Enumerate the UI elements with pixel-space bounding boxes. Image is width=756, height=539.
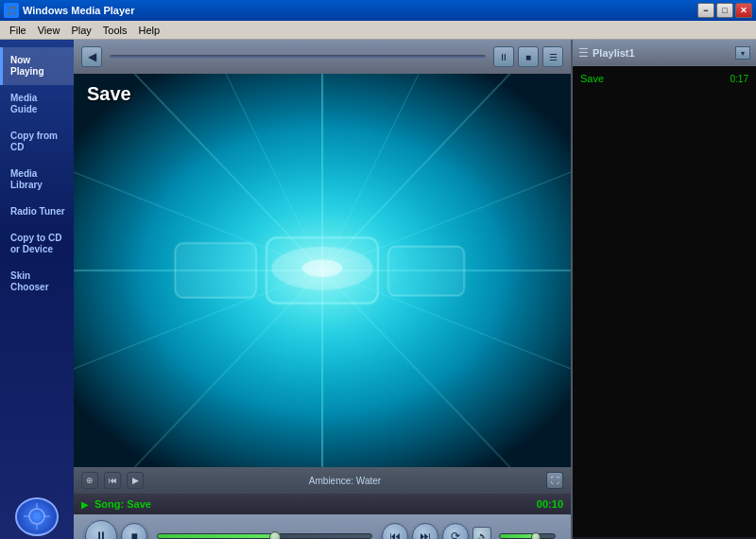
song-status: Song: Save — [94, 498, 531, 510]
sidebar-item-media-guide[interactable]: Media Guide — [0, 85, 74, 123]
play-icon: ▶ — [81, 499, 89, 510]
sidebar-item-copy-to-cd[interactable]: Copy to CD or Device — [0, 225, 74, 263]
playlist-title: Playlist1 — [593, 47, 731, 59]
maximize-button[interactable]: □ — [716, 3, 733, 18]
top-transport: ◀ ⏸ ■ ☰ — [74, 40, 571, 74]
center-area: ◀ ⏸ ■ ☰ Save — [74, 40, 571, 539]
track-name: Ambience: Water — [149, 476, 541, 486]
seek-thumb[interactable] — [269, 531, 281, 539]
stop-button[interactable]: ■ — [121, 523, 147, 539]
prev-button[interactable]: ⏮ — [382, 523, 408, 539]
volume-thumb[interactable] — [531, 532, 541, 539]
video-prev-button[interactable]: ⏮ — [104, 472, 121, 489]
sidebar: Now Playing Media Guide Copy from CD Med… — [0, 40, 74, 539]
title-bar: 🎵 Windows Media Player − □ ✕ — [0, 0, 756, 21]
seek-fill — [158, 534, 275, 538]
right-panel: ☰ Playlist1 ▾ Save 0:17 Total Time: 0:17 — [571, 40, 756, 539]
window-title: Windows Media Player — [23, 5, 697, 16]
repeat-button[interactable]: ⟳ — [442, 523, 469, 539]
playlist-content: Save 0:17 — [573, 66, 756, 537]
video-controls-bar: ⊕ ⏮ ▶ Ambience: Water ⛶ — [74, 467, 571, 494]
next-button[interactable]: ⏭ — [412, 523, 438, 539]
time-display: 00:10 — [537, 498, 563, 510]
svg-rect-24 — [388, 247, 465, 296]
menu-help[interactable]: Help — [132, 23, 165, 38]
back-button[interactable]: ◀ — [81, 46, 102, 67]
volume-track[interactable] — [499, 533, 556, 539]
svg-point-26 — [302, 259, 343, 276]
video-canvas — [74, 74, 571, 467]
app-icon: 🎵 — [4, 3, 19, 18]
visualization-svg — [74, 74, 571, 467]
menu-view[interactable]: View — [32, 23, 66, 38]
sidebar-nav: Now Playing Media Guide Copy from CD Med… — [0, 40, 74, 490]
svg-point-1 — [33, 513, 41, 520]
transport-bar: ⏸ ■ ⏮ ⏭ ⟳ 🔊 — [74, 514, 571, 539]
playlist-dropdown-button[interactable]: ▾ — [735, 46, 750, 60]
sidebar-item-skin-chooser[interactable]: Skin Chooser — [0, 263, 74, 301]
logo-svg — [24, 503, 50, 530]
menu-bar: File View Play Tools Help — [0, 21, 756, 40]
playlist-strip-button[interactable]: ☰ — [542, 46, 563, 67]
main-container: Now Playing Media Guide Copy from CD Med… — [0, 40, 756, 539]
sidebar-item-media-library[interactable]: Media Library — [0, 161, 74, 199]
pause-strip-button[interactable]: ⏸ — [493, 46, 514, 67]
app-logo: Windows Media Player — [5, 497, 69, 539]
logo-circle — [15, 497, 59, 536]
playlist-item-time: 0:17 — [730, 74, 748, 84]
pause-button[interactable]: ⏸ — [85, 520, 117, 539]
video-zoom-button[interactable]: ⊕ — [81, 472, 98, 489]
menu-tools[interactable]: Tools — [97, 23, 133, 38]
playlist-icon: ☰ — [578, 46, 589, 60]
stop-strip-button[interactable]: ■ — [518, 46, 539, 67]
now-playing-bar: ▶ Song: Save 00:10 — [74, 494, 571, 514]
progress-strip[interactable] — [110, 55, 486, 59]
playlist-item-name: Save — [580, 73, 730, 84]
sidebar-item-radio-tuner[interactable]: Radio Tuner — [0, 199, 74, 225]
mute-button[interactable]: 🔊 — [472, 527, 491, 539]
minimize-button[interactable]: − — [697, 3, 714, 18]
svg-rect-22 — [175, 243, 256, 298]
video-fullscreen-button[interactable]: ⛶ — [546, 472, 563, 489]
playlist-item[interactable]: Save 0:17 — [573, 70, 756, 87]
close-button[interactable]: ✕ — [735, 3, 752, 18]
menu-file[interactable]: File — [4, 23, 32, 38]
window-controls: − □ ✕ — [697, 3, 752, 18]
video-play-button[interactable]: ▶ — [127, 472, 144, 489]
seek-track[interactable] — [157, 533, 372, 539]
video-area: Save — [74, 74, 571, 467]
sidebar-item-copy-from-cd[interactable]: Copy from CD — [0, 123, 74, 161]
sidebar-item-now-playing[interactable]: Now Playing — [0, 47, 74, 85]
video-title: Save — [87, 83, 131, 105]
song-label: Song: Save — [94, 498, 151, 510]
playlist-header: ☰ Playlist1 ▾ — [573, 40, 756, 66]
menu-play[interactable]: Play — [65, 23, 96, 38]
